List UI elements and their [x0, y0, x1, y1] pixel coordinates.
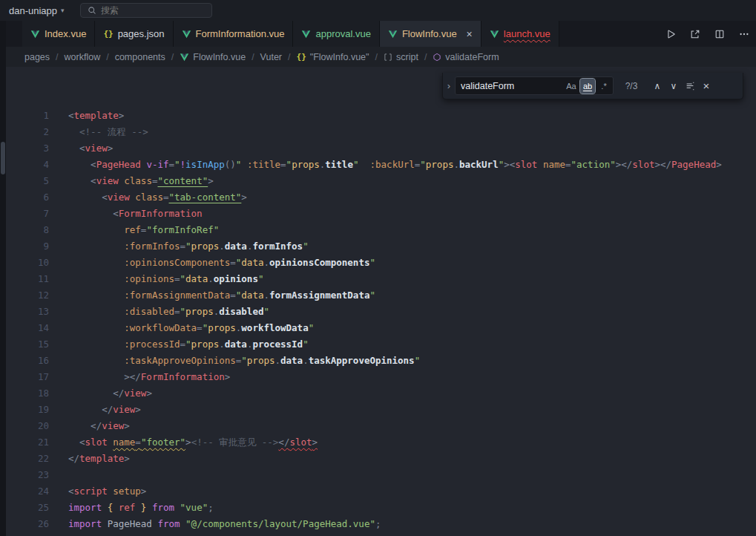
split-editor-button[interactable]	[712, 26, 727, 42]
code-line[interactable]: 4 <PageHead v-if="!isInApp()" :title="pr…	[0, 157, 756, 173]
previous-match-button[interactable]: ∧	[649, 78, 665, 94]
code-line[interactable]: 10 :opinionsComponents="data.opinionsCom…	[0, 255, 756, 271]
toggle-replace-button[interactable]: ›	[443, 73, 455, 99]
line-number: 22	[0, 451, 49, 467]
tab-close-icon[interactable]: ×	[467, 29, 473, 39]
code-line[interactable]: 7 <FormInformation	[0, 206, 756, 222]
line-number: 25	[0, 500, 49, 516]
code-line[interactable]: 19 </view>	[0, 402, 756, 418]
line-number: 7	[0, 206, 49, 222]
code-text: <view class="content">	[68, 173, 214, 189]
breadcrumb: pages/workflow/components/FlowInfo.vue/V…	[0, 47, 756, 67]
breadcrumb-item[interactable]: validateForm	[433, 52, 499, 62]
code-line[interactable]: 13 :disabled="props.disabled"	[0, 304, 756, 320]
sidebar-edge	[0, 21, 6, 536]
code-line[interactable]: 25import { ref } from "vue";	[0, 500, 756, 516]
line-number: 26	[0, 516, 49, 532]
code-text: :opinionsComponents="data.opinionsCompon…	[68, 255, 375, 271]
code-line[interactable]: 9 :formInfos="props.data.formInfos"	[0, 238, 756, 255]
breadcrumb-item[interactable]: workflow	[65, 52, 101, 62]
code-text: :opinions="data.opinions"	[68, 271, 263, 287]
breadcrumb-item[interactable]: Vuter	[260, 52, 282, 62]
breadcrumb-item[interactable]: components	[115, 52, 165, 62]
command-center-search[interactable]	[80, 3, 212, 18]
regex-toggle[interactable]: .*	[596, 79, 611, 94]
breadcrumb-label: "FlowInfo.vue"	[310, 52, 369, 62]
sidebar-scrollbar-thumb[interactable]	[1, 142, 5, 174]
code-text: </view>	[68, 385, 152, 402]
code-line[interactable]: 5 <view class="content">	[0, 173, 756, 189]
code-line[interactable]: 14 :workflowData="props.workflowData"	[0, 320, 756, 336]
code-text: <PageHead v-if="!isInApp()" :title="prop…	[68, 157, 722, 173]
method-icon	[433, 53, 441, 62]
line-number: 12	[0, 287, 49, 304]
code-line[interactable]: 1<template>	[0, 108, 756, 124]
tab-label: Index.vue	[45, 28, 86, 39]
breadcrumb-item[interactable]: script	[384, 52, 418, 62]
braces-icon: {}	[297, 52, 306, 62]
breadcrumb-item[interactable]: {}"FlowInfo.vue"	[297, 52, 369, 62]
tab-pages.json[interactable]: {}pages.json	[95, 21, 173, 47]
code-line[interactable]: 3 <view>	[0, 140, 756, 157]
breadcrumb-separator: /	[424, 52, 427, 62]
find-input[interactable]	[461, 81, 564, 91]
line-number: 15	[0, 336, 49, 353]
vue-icon	[388, 30, 398, 39]
app-menu[interactable]: dan-uniapp ▾	[4, 4, 69, 18]
close-find-button[interactable]: ×	[698, 78, 714, 94]
preview-icon	[690, 29, 700, 39]
run-button[interactable]	[663, 26, 678, 42]
tab-approval.vue[interactable]: approval.vue	[293, 21, 379, 47]
code-line[interactable]: 20 </view>	[0, 418, 756, 434]
chevron-down-icon: ▾	[61, 7, 65, 14]
more-actions-button[interactable]	[737, 26, 752, 42]
search-icon	[88, 6, 96, 15]
breadcrumb-item[interactable]: FlowInfo.vue	[180, 52, 246, 62]
breadcrumb-label: pages	[24, 52, 50, 62]
line-number: 21	[0, 434, 49, 451]
tab-label: pages.json	[118, 28, 165, 39]
code-line[interactable]: 15 :processId="props.data.processId"	[0, 336, 756, 353]
line-number: 9	[0, 238, 49, 255]
find-widget: › Aaab.* ?/3 ∧ ∨ ×	[442, 73, 743, 99]
code-text: ref="formInfoRef"	[68, 222, 219, 238]
chevron-up-icon: ∧	[654, 81, 661, 91]
find-in-selection-button[interactable]	[682, 78, 698, 94]
code-line[interactable]: 26import PageHead from "@/components/lay…	[0, 516, 756, 532]
code-line[interactable]: 8 ref="formInfoRef"	[0, 222, 756, 238]
breadcrumb-label: script	[396, 52, 418, 62]
code-text: <view>	[68, 140, 113, 157]
code-line[interactable]: 2 <!-- 流程 -->	[0, 124, 756, 140]
code-line[interactable]: 17 ></FormInformation>	[0, 369, 756, 385]
chevron-right-icon: ›	[447, 80, 450, 91]
play-icon	[665, 29, 676, 39]
module-icon	[384, 53, 392, 62]
line-number: 13	[0, 304, 49, 320]
tab-label: FormInformation.vue	[196, 28, 285, 39]
code-text: <template>	[68, 108, 124, 124]
match-case-toggle[interactable]: Aa	[564, 79, 579, 94]
code-text: <script setup>	[68, 483, 146, 500]
code-line[interactable]: 24<script setup>	[0, 483, 756, 500]
editor[interactable]: › Aaab.* ?/3 ∧ ∨ × 1<template>2 <!-- 流程 …	[0, 67, 756, 536]
line-number: 23	[0, 467, 49, 483]
next-match-button[interactable]: ∨	[665, 78, 682, 94]
code-line[interactable]: 11 :opinions="data.opinions"	[0, 271, 756, 287]
tab-FlowInfo.vue[interactable]: FlowInfo.vue×	[380, 21, 481, 47]
open-preview-button[interactable]	[688, 26, 703, 42]
selection-icon	[685, 81, 695, 91]
code-line[interactable]: 6 <view class="tab-content">	[0, 189, 756, 206]
search-input[interactable]	[101, 5, 190, 16]
code-line[interactable]: 22</template>	[0, 451, 756, 467]
code-line[interactable]: 12 :formAssignmentData="data.formAssignm…	[0, 287, 756, 304]
code-text: <!-- 流程 -->	[68, 124, 148, 140]
breadcrumb-item[interactable]: pages	[24, 52, 50, 62]
tab-FormInformation.vue[interactable]: FormInformation.vue	[174, 21, 294, 47]
code-line[interactable]: 21 <slot name="footer"><!-- 审批意见 --></sl…	[0, 434, 756, 451]
whole-word-toggle[interactable]: ab	[580, 79, 595, 94]
code-line[interactable]: 23	[0, 467, 756, 483]
code-line[interactable]: 16 :taskApproveOpinions="props.data.task…	[0, 353, 756, 369]
code-line[interactable]: 18 </view>	[0, 385, 756, 402]
tab-Index.vue[interactable]: Index.vue	[22, 21, 95, 47]
tab-launch.vue[interactable]: launch.vue	[481, 21, 559, 47]
